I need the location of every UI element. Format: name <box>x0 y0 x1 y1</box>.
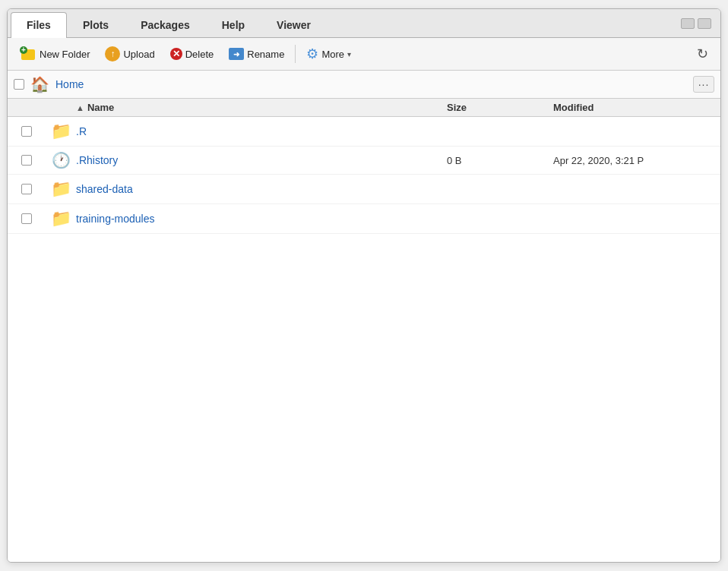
row-1-icon-cell: 🕐 <box>46 151 76 169</box>
new-folder-button[interactable]: + New Folder <box>14 43 96 65</box>
row-1-checkbox[interactable] <box>21 155 32 166</box>
row-1-modified: Apr 22, 2020, 3:21 P <box>553 155 720 166</box>
toolbar: + New Folder ↑ Upload ✕ Delete ➜ Rename <box>8 38 720 71</box>
more-dropdown-arrow: ▾ <box>347 50 351 58</box>
row-0-checkbox[interactable] <box>21 126 32 137</box>
row-checkbox-cell <box>8 213 46 224</box>
tab-packages[interactable]: Packages <box>125 12 206 37</box>
breadcrumb-home[interactable]: Home <box>55 78 84 90</box>
row-1-name[interactable]: .Rhistory <box>76 154 447 166</box>
row-0-name[interactable]: .R <box>76 125 447 137</box>
row-3-icon-cell: 📁 <box>46 209 76 229</box>
delete-icon: ✕ <box>170 48 182 60</box>
minimize-button[interactable] <box>681 18 695 29</box>
row-3-checkbox[interactable] <box>21 213 32 224</box>
tab-bar: Files Plots Packages Help Viewer <box>8 9 720 38</box>
refresh-button[interactable]: ↻ <box>691 43 714 65</box>
delete-label: Delete <box>185 49 214 60</box>
sort-arrow-icon: ▲ <box>76 103 84 112</box>
refresh-icon: ↻ <box>697 46 708 62</box>
column-headers: ▲ Name Size Modified <box>8 99 720 117</box>
file-list: 📁 .R 🕐 .Rhistory 0 B Apr 22, 2020, 3:21 … <box>8 117 720 562</box>
table-row: 📁 training-modules <box>8 204 720 234</box>
rhistory-file-icon: 🕐 <box>52 151 71 169</box>
row-1-size: 0 B <box>447 155 553 166</box>
tab-plots[interactable]: Plots <box>67 12 125 37</box>
breadcrumb-bar: 🏠 Home ··· <box>8 71 720 99</box>
more-label: More <box>321 49 344 60</box>
select-all-checkbox[interactable] <box>14 79 24 90</box>
folder-icon: 📁 <box>51 179 71 199</box>
upload-label: Upload <box>123 49 154 60</box>
table-row: 🕐 .Rhistory 0 B Apr 22, 2020, 3:21 P <box>8 147 720 175</box>
delete-button[interactable]: ✕ Delete <box>164 45 220 63</box>
toolbar-separator <box>295 45 296 63</box>
col-name-header[interactable]: ▲ Name <box>76 102 447 113</box>
tab-files[interactable]: Files <box>11 12 67 38</box>
col-modified-header[interactable]: Modified <box>553 102 720 113</box>
row-2-checkbox[interactable] <box>21 184 32 194</box>
rename-icon: ➜ <box>229 48 244 60</box>
row-checkbox-cell <box>8 155 46 166</box>
gear-icon: ⚙ <box>306 46 318 62</box>
files-panel: Files Plots Packages Help Viewer + New F… <box>7 8 721 563</box>
row-0-icon-cell: 📁 <box>46 121 76 141</box>
col-size-header[interactable]: Size <box>447 102 553 113</box>
rename-label: Rename <box>247 49 284 60</box>
table-row: 📁 .R <box>8 117 720 147</box>
row-3-name[interactable]: training-modules <box>76 213 447 225</box>
tab-viewer[interactable]: Viewer <box>261 12 327 37</box>
window-buttons <box>675 9 717 37</box>
home-icon: 🏠 <box>30 75 49 93</box>
rename-button[interactable]: ➜ Rename <box>223 45 290 63</box>
folder-icon: 📁 <box>51 121 71 141</box>
row-checkbox-cell <box>8 126 46 137</box>
row-checkbox-cell <box>8 184 46 194</box>
more-button[interactable]: ⚙ More ▾ <box>300 43 357 65</box>
upload-button[interactable]: ↑ Upload <box>99 43 160 65</box>
upload-icon: ↑ <box>105 46 120 62</box>
tab-spacer <box>327 9 675 37</box>
name-column-label: Name <box>87 102 114 113</box>
row-2-icon-cell: 📁 <box>46 179 76 199</box>
tab-help[interactable]: Help <box>206 12 261 37</box>
table-row: 📁 shared-data <box>8 175 720 204</box>
row-2-name[interactable]: shared-data <box>76 183 447 195</box>
maximize-button[interactable] <box>698 18 711 29</box>
breadcrumb-more-button[interactable]: ··· <box>693 76 714 93</box>
folder-icon: 📁 <box>51 209 71 229</box>
new-folder-label: New Folder <box>40 49 90 60</box>
new-folder-icon: + <box>20 46 36 62</box>
